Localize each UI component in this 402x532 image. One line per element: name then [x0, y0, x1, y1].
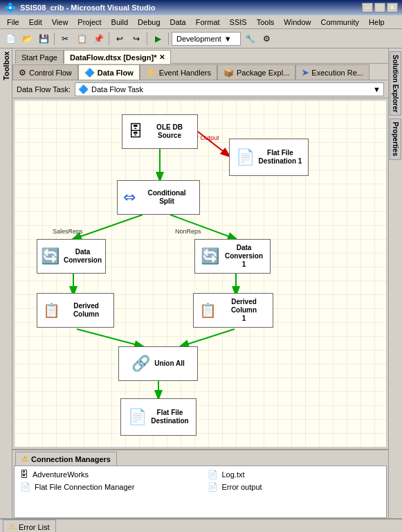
- conditional-split-icon: ⇔: [123, 188, 136, 206]
- toolbox-panel[interactable]: Toolbox: [0, 48, 12, 518]
- svg-line-7: [181, 329, 235, 346]
- configuration-dropdown[interactable]: Development ▼: [172, 32, 241, 46]
- union-all-label: Union All: [154, 360, 185, 368]
- task-dropdown-arrow: ▼: [373, 85, 381, 94]
- menu-view[interactable]: View: [48, 17, 73, 28]
- save-button[interactable]: 💾: [36, 31, 51, 46]
- tab-connection-managers[interactable]: ⚠ Connection Managers: [15, 452, 117, 466]
- tab-solution-explorer[interactable]: Solution Explorer: [390, 51, 401, 116]
- open-button[interactable]: 📂: [19, 31, 35, 46]
- cut-button[interactable]: ✂: [57, 31, 73, 46]
- error-list-panel: ⚠ Error List: [0, 518, 402, 532]
- connection-managers-tabs: ⚠ Connection Managers: [12, 450, 388, 466]
- derived-column-label: Derived Column: [64, 302, 108, 319]
- tab-control-flow-label: Control Flow: [29, 69, 72, 77]
- cm-adventureworks-label: AdventureWorks: [33, 470, 89, 479]
- menu-ssis[interactable]: SSIS: [226, 17, 251, 28]
- tab-execution-results[interactable]: ➤ Execution Re...: [295, 64, 369, 80]
- menu-tools[interactable]: Tools: [253, 17, 279, 28]
- tab-error-list-label: Error List: [19, 523, 50, 531]
- connection-lines: Source Error Output SalesReps NonReps: [15, 100, 386, 447]
- svg-line-2: [73, 215, 143, 239]
- tab-error-list[interactable]: ⚠ Error List: [3, 520, 56, 532]
- cm-adventureworks[interactable]: 🗄 AdventureWorks: [20, 469, 194, 480]
- menu-help[interactable]: Help: [365, 17, 389, 28]
- node-derived-column[interactable]: 📋 Derived Column: [37, 293, 114, 328]
- execution-results-arrow: ➤: [302, 68, 309, 78]
- conditional-split-label: Conditional Split: [140, 189, 194, 206]
- node-derived-column-1[interactable]: 📋 Derived Column 1: [193, 293, 273, 328]
- tab-event-handlers[interactable]: ⚡ Event Handlers: [140, 64, 217, 80]
- cm-log-txt[interactable]: 📄 Log.txt: [208, 469, 381, 480]
- minimize-button[interactable]: ─: [362, 3, 373, 12]
- task-dropdown[interactable]: 🔷 Data Flow Task ▼: [75, 82, 384, 96]
- node-flat-file-dest[interactable]: 📄 Flat File Destination: [120, 398, 197, 436]
- menu-debug[interactable]: Debug: [134, 17, 164, 28]
- document-tabs: Start Page DataFlow.dtsx [Design]* ✕: [12, 48, 388, 64]
- node-union-all[interactable]: 🔗 Union All: [118, 346, 198, 381]
- menu-project[interactable]: Project: [73, 17, 105, 28]
- menu-community[interactable]: Community: [316, 17, 363, 28]
- ole-db-source-icon: 🗄: [128, 123, 143, 141]
- menu-bar: File Edit View Project Build Debug Data …: [0, 15, 402, 29]
- menu-window[interactable]: Window: [280, 17, 315, 28]
- title-bar: 💠 SSIS08_crib - Microsoft Visual Studio …: [0, 0, 402, 15]
- toolbar-separator-4: [168, 33, 169, 45]
- toolbar: 📄 📂 💾 ✂ 📋 📌 ↩ ↪ ▶ Development ▼ 🔧 ⚙: [0, 29, 402, 48]
- design-canvas[interactable]: Source Error Output SalesReps NonReps 🗄 …: [14, 100, 387, 447]
- svg-line-1: [198, 132, 229, 156]
- menu-data[interactable]: Data: [166, 17, 190, 28]
- new-button[interactable]: 📄: [3, 31, 18, 46]
- menu-edit[interactable]: Edit: [25, 17, 46, 28]
- menu-format[interactable]: Format: [192, 17, 224, 28]
- toolbar-extra-1[interactable]: 🔧: [242, 31, 257, 46]
- undo-button[interactable]: ↩: [112, 31, 127, 46]
- copy-button[interactable]: 📋: [74, 31, 89, 46]
- flat-file-dest-1-label: Flat File Destination 1: [259, 149, 302, 166]
- error-list-icon: ⚠: [9, 522, 16, 531]
- task-icon: 🔷: [78, 85, 89, 94]
- cm-flat-file[interactable]: 📄 Flat File Connection Manager: [20, 481, 194, 493]
- svg-line-3: [170, 215, 236, 239]
- menu-build[interactable]: Build: [107, 17, 132, 28]
- connection-managers-panel: ⚠ Connection Managers 🗄 AdventureWorks 📄…: [12, 449, 388, 518]
- node-data-conversion[interactable]: 🔄 Data Conversion: [37, 239, 106, 274]
- package-explorer-icon: 📦: [223, 68, 234, 78]
- configuration-value: Development: [176, 35, 221, 43]
- node-data-conversion-1[interactable]: 🔄 Data Conversion 1: [194, 239, 271, 274]
- solution-explorer-label: Solution Explorer: [392, 55, 399, 112]
- right-sidebar: Solution Explorer Properties: [388, 48, 402, 518]
- tab-data-flow[interactable]: 🔷 Data Flow: [78, 64, 140, 80]
- derived-column-icon: 📋: [43, 302, 60, 319]
- cm-icon: ⚠: [21, 454, 28, 463]
- paste-button[interactable]: 📌: [91, 31, 106, 46]
- dropdown-arrow-icon: ▼: [224, 35, 232, 43]
- cm-adventureworks-icon: 🗄: [20, 470, 28, 479]
- cm-flat-file-label: Flat File Connection Manager: [35, 483, 134, 491]
- node-flat-file-dest-1[interactable]: 📄 Flat File Destination 1: [229, 139, 309, 176]
- tab-start-page-label: Start Page: [21, 53, 57, 62]
- run-button[interactable]: ▶: [150, 31, 165, 46]
- tab-package-explorer[interactable]: 📦 Package Expl...: [217, 64, 295, 80]
- node-ole-db-source[interactable]: 🗄 OLE DB Source: [122, 114, 198, 149]
- tab-properties[interactable]: Properties: [390, 118, 401, 159]
- cm-log-icon: 📄: [208, 470, 218, 479]
- cm-error-output-icon: 📄: [208, 482, 218, 492]
- node-conditional-split[interactable]: ⇔ Conditional Split: [117, 180, 200, 215]
- derived-column-1-icon: 📋: [199, 302, 217, 319]
- maximize-button[interactable]: □: [374, 3, 385, 12]
- tab-dataflow[interactable]: DataFlow.dtsx [Design]* ✕: [64, 50, 172, 64]
- toolbar-extra-2[interactable]: ⚙: [259, 31, 274, 46]
- toolbox-label[interactable]: Toolbox: [2, 51, 10, 80]
- window-controls[interactable]: ─ □ ✕: [362, 3, 398, 12]
- tab-control-flow[interactable]: ⚙ Control Flow: [12, 64, 78, 80]
- cm-error-output[interactable]: 📄 Error output: [208, 481, 381, 493]
- redo-button[interactable]: ↪: [129, 31, 144, 46]
- tab-start-page[interactable]: Start Page: [15, 50, 64, 64]
- connection-managers-content: 🗄 AdventureWorks 📄 Log.txt 📄 Flat File C…: [14, 466, 387, 518]
- close-button[interactable]: ✕: [387, 3, 398, 12]
- union-all-icon: 🔗: [131, 355, 150, 373]
- tab-close-icon[interactable]: ✕: [159, 53, 165, 61]
- menu-file[interactable]: File: [3, 17, 24, 28]
- cm-flat-file-icon: 📄: [20, 482, 30, 492]
